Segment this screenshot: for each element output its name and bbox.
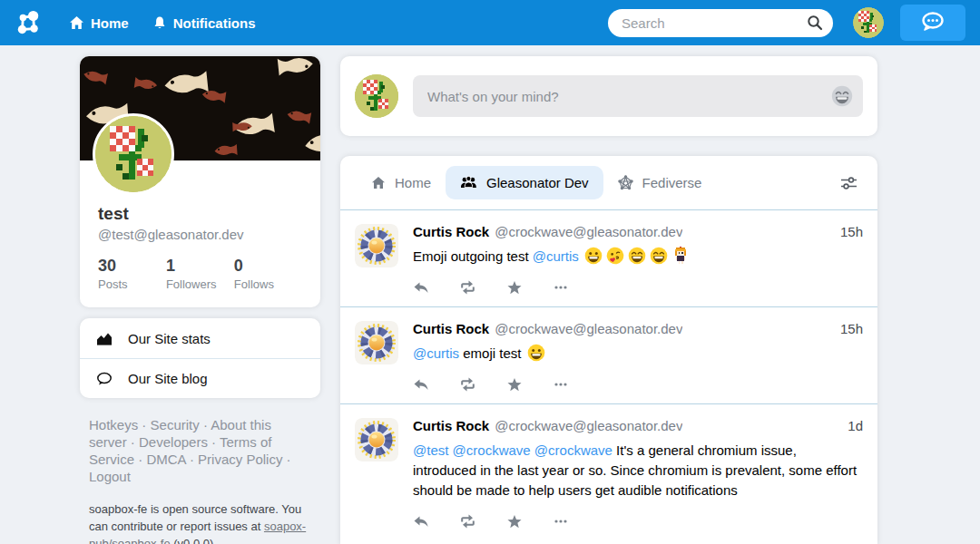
app-logo-icon[interactable] bbox=[11, 5, 45, 40]
star-button[interactable] bbox=[506, 514, 523, 529]
tab-gleasonator-dev[interactable]: Gleasonator Dev bbox=[446, 166, 603, 199]
post-body: Curtis Rock @crockwave@gleasonator.dev 1… bbox=[413, 321, 863, 393]
repost-button[interactable] bbox=[459, 377, 476, 393]
stat-followers[interactable]: 1 Followers bbox=[166, 257, 234, 291]
beaming-emoji bbox=[650, 247, 668, 265]
compose-field bbox=[413, 75, 863, 117]
post-author[interactable]: Curtis Rock bbox=[413, 321, 489, 336]
main-column: Home Gleasonator Dev Fediverse Curtis Ro… bbox=[340, 56, 877, 544]
post-author[interactable]: Curtis Rock bbox=[413, 418, 489, 433]
post-author[interactable]: Curtis Rock bbox=[413, 224, 489, 239]
home-icon bbox=[69, 15, 84, 31]
footer-link-dmca[interactable]: DMCA bbox=[146, 452, 185, 467]
kissing-heart-emoji bbox=[606, 247, 624, 265]
pixel-girl-emoji bbox=[671, 247, 690, 265]
tab-label: Gleasonator Dev bbox=[486, 175, 589, 190]
post-handle: @crockwave@gleasonator.dev bbox=[495, 418, 682, 433]
post-content: @test @crockwave @crockwave It's a gener… bbox=[413, 441, 863, 500]
nav-notifications-label: Notifications bbox=[173, 15, 256, 31]
post-actions bbox=[413, 514, 863, 529]
mention-link[interactable]: @curtis bbox=[533, 248, 579, 264]
nav-home-label: Home bbox=[91, 15, 129, 31]
stat-follows[interactable]: 0 Follows bbox=[234, 257, 302, 291]
star-button[interactable] bbox=[506, 280, 523, 296]
version-text: soapbox-fe is open source software. You … bbox=[89, 500, 311, 544]
compose-card bbox=[340, 56, 877, 136]
menu-item-our-site-stats[interactable]: Our Site stats bbox=[80, 318, 320, 358]
post-avatar[interactable] bbox=[355, 321, 398, 364]
column-settings-button[interactable] bbox=[837, 171, 861, 195]
tab-home[interactable]: Home bbox=[357, 166, 446, 199]
footer-link-privacy-policy[interactable]: Privacy Policy bbox=[198, 452, 282, 467]
post-text: Emoji outgoing test bbox=[413, 248, 533, 264]
mention-link[interactable]: @crockwave bbox=[534, 442, 612, 458]
tab-fediverse[interactable]: Fediverse bbox=[603, 166, 717, 199]
footer-link-developers[interactable]: Developers bbox=[139, 434, 208, 450]
grinning-emoji bbox=[527, 344, 545, 362]
home-icon bbox=[371, 176, 386, 190]
profile-avatar[interactable] bbox=[93, 113, 174, 195]
reply-button[interactable] bbox=[413, 514, 429, 529]
search-icon[interactable] bbox=[807, 15, 823, 34]
bell-icon bbox=[152, 15, 167, 31]
footer-link-hotkeys[interactable]: Hotkeys bbox=[89, 417, 138, 432]
chat-icon bbox=[920, 11, 946, 35]
chat-button[interactable] bbox=[900, 5, 965, 41]
post: Curtis Rock @crockwave@gleasonator.dev 1… bbox=[340, 404, 877, 540]
emoji-picker-button[interactable] bbox=[831, 85, 853, 107]
reply-button[interactable] bbox=[413, 377, 429, 393]
stat-value: 0 bbox=[234, 257, 302, 276]
users-icon bbox=[460, 176, 477, 189]
tab-label: Fediverse bbox=[642, 175, 702, 190]
post-header: Curtis Rock @crockwave@gleasonator.dev 1… bbox=[413, 418, 863, 433]
post-text: emoji test bbox=[459, 345, 525, 361]
profile-handle: @test@gleasonator.dev bbox=[80, 224, 320, 242]
search-input[interactable] bbox=[608, 9, 833, 37]
mention-link[interactable]: @crockwave bbox=[453, 442, 531, 458]
navbar-avatar[interactable] bbox=[853, 7, 884, 38]
joy-gray-emoji-icon bbox=[831, 85, 853, 107]
site-menu: Our Site stats Our Site blog bbox=[80, 318, 320, 398]
post-content: Emoji outgoing test @curtis bbox=[413, 247, 863, 267]
star-button[interactable] bbox=[506, 377, 523, 393]
post-header: Curtis Rock @crockwave@gleasonator.dev 1… bbox=[413, 224, 863, 239]
post-header: Curtis Rock @crockwave@gleasonator.dev 1… bbox=[413, 321, 863, 336]
menu-item-our-site-blog[interactable]: Our Site blog bbox=[80, 358, 320, 398]
compose-avatar[interactable] bbox=[355, 74, 398, 118]
sidebar: test @test@gleasonator.dev 30 Posts1 Fol… bbox=[80, 56, 320, 544]
stat-label: Follows bbox=[234, 277, 302, 291]
fediverse-icon bbox=[618, 175, 633, 190]
post-content: @curtis emoji test bbox=[413, 344, 863, 364]
post-timestamp[interactable]: 15h bbox=[831, 321, 863, 336]
post-body: Curtis Rock @crockwave@gleasonator.dev 1… bbox=[413, 224, 863, 296]
timeline-card: Home Gleasonator Dev Fediverse Curtis Ro… bbox=[340, 156, 877, 544]
menu-item-label: Our Site blog bbox=[128, 371, 208, 386]
footer-link-security[interactable]: Security bbox=[151, 417, 200, 432]
posts-list: Curtis Rock @crockwave@gleasonator.dev 1… bbox=[340, 210, 877, 540]
stat-posts[interactable]: 30 Posts bbox=[98, 257, 166, 291]
menu-item-label: Our Site stats bbox=[128, 331, 211, 346]
more-button[interactable] bbox=[553, 377, 569, 393]
nav-notifications[interactable]: Notifications bbox=[152, 15, 256, 31]
more-button[interactable] bbox=[553, 280, 569, 296]
post-avatar[interactable] bbox=[355, 418, 398, 461]
footer-link-logout[interactable]: Logout bbox=[89, 469, 131, 484]
comment-icon bbox=[96, 372, 114, 386]
post-timestamp[interactable]: 15h bbox=[831, 224, 863, 239]
post-avatar[interactable] bbox=[355, 224, 398, 267]
reply-button[interactable] bbox=[413, 280, 429, 296]
compose-input[interactable] bbox=[413, 75, 863, 117]
mention-link[interactable]: @curtis bbox=[413, 345, 459, 361]
tab-label: Home bbox=[395, 175, 431, 190]
post-text bbox=[579, 248, 583, 264]
footer-links: Hotkeys · Security · About this server ·… bbox=[89, 416, 311, 485]
post-timestamp[interactable]: 1d bbox=[838, 418, 863, 433]
navbar-search bbox=[608, 9, 833, 37]
more-button[interactable] bbox=[553, 514, 569, 529]
post-actions bbox=[413, 377, 863, 393]
nav-home[interactable]: Home bbox=[69, 15, 129, 31]
post-body: Curtis Rock @crockwave@gleasonator.dev 1… bbox=[413, 418, 863, 529]
repost-button[interactable] bbox=[459, 514, 476, 529]
repost-button[interactable] bbox=[459, 280, 476, 296]
mention-link[interactable]: @test bbox=[413, 442, 448, 458]
